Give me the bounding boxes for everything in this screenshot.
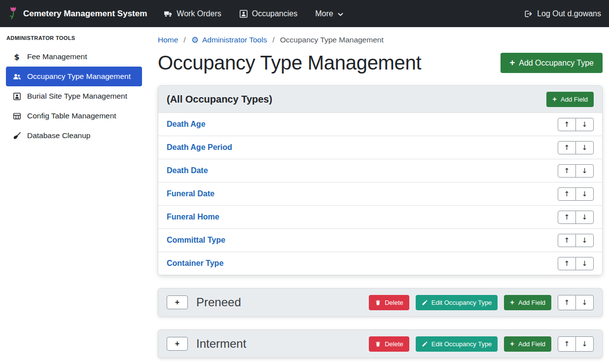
users-icon [11, 73, 23, 81]
plus-icon: + [510, 299, 514, 306]
admin-tools-sidebar: Administrator Tools $ Fee Management Occ… [0, 27, 148, 364]
gear-icon: ⚙ [191, 36, 199, 44]
arrow-up-icon: ↑ [564, 298, 570, 306]
edit-label: Edit Occupancy Type [431, 299, 492, 306]
sidebar-item-database-cleanup[interactable]: Database Cleanup [6, 126, 142, 146]
add-field-button[interactable]: + Add Field [504, 295, 551, 310]
field-link-death-age[interactable]: Death Age [167, 120, 206, 129]
expand-section-button[interactable]: + [167, 295, 188, 309]
breadcrumb-home[interactable]: Home [158, 36, 178, 44]
logout-button[interactable]: Log Out d.gowans [524, 9, 601, 18]
arrow-down-icon: ↓ [582, 259, 588, 267]
arrow-up-icon: ↑ [564, 213, 570, 221]
delete-button[interactable]: Delete [369, 295, 409, 310]
move-down-button[interactable]: ↓ [575, 234, 594, 247]
field-row: Funeral Home ↑ ↓ [158, 205, 602, 228]
page-title: Occupancy Type Management [158, 52, 421, 74]
arrow-down-icon: ↓ [582, 167, 588, 175]
sidebar-item-config-table-management[interactable]: Config Table Management [6, 106, 142, 126]
move-up-button[interactable]: ↑ [558, 164, 576, 178]
delete-label: Delete [385, 340, 403, 348]
nav-more[interactable]: More [315, 9, 343, 18]
reorder-group: ↑ ↓ [558, 295, 594, 310]
person-booth-icon [11, 92, 23, 101]
all-occupancy-types-card: (All Occupancy Types) + Add Field Death … [158, 85, 603, 275]
arrow-down-icon: ↓ [582, 340, 588, 348]
section-title: Preneed [196, 295, 241, 309]
move-down-button[interactable]: ↓ [575, 164, 594, 178]
delete-button[interactable]: Delete [369, 336, 409, 352]
move-down-button[interactable]: ↓ [575, 336, 594, 352]
sidebar-item-burial-site-type-management[interactable]: Burial Site Type Management [6, 86, 142, 106]
arrow-up-icon: ↑ [564, 236, 570, 244]
move-up-button[interactable]: ↑ [558, 118, 576, 131]
move-up-button[interactable]: ↑ [558, 234, 576, 247]
top-navbar: Cemetery Management System Work Orders O… [0, 0, 609, 27]
move-down-button[interactable]: ↓ [575, 187, 594, 201]
field-link-death-date[interactable]: Death Date [167, 166, 208, 175]
add-occupancy-type-label: Add Occupancy Type [519, 59, 594, 68]
sidebar-item-label: Burial Site Type Management [27, 92, 127, 101]
sidebar-item-occupancy-type-management[interactable]: Occupancy Type Management [6, 67, 142, 86]
plus-icon: + [175, 298, 179, 307]
add-field-label: Add Field [518, 299, 545, 306]
app-brand[interactable]: Cemetery Management System [8, 5, 147, 22]
arrow-down-icon: ↓ [582, 236, 588, 244]
field-link-container-type[interactable]: Container Type [167, 259, 223, 268]
expand-section-button[interactable]: + [167, 337, 188, 351]
move-down-button[interactable]: ↓ [575, 257, 594, 270]
sidebar-item-label: Config Table Management [27, 111, 116, 120]
arrow-up-icon: ↑ [564, 259, 570, 267]
all-occupancy-types-title: (All Occupancy Types) [167, 94, 272, 105]
breadcrumb-administrator-tools[interactable]: ⚙ Administrator Tools [191, 36, 267, 44]
field-link-committal-type[interactable]: Committal Type [167, 236, 225, 245]
reorder-group: ↑ ↓ [558, 257, 594, 270]
move-up-button[interactable]: ↑ [558, 187, 576, 201]
add-field-button[interactable]: + Add Field [504, 336, 551, 352]
arrow-down-icon: ↓ [582, 144, 588, 151]
move-up-button[interactable]: ↑ [558, 336, 576, 352]
add-field-button[interactable]: + Add Field [546, 92, 594, 107]
pencil-icon [422, 299, 428, 306]
edit-label: Edit Occupancy Type [431, 340, 492, 348]
field-link-funeral-home[interactable]: Funeral Home [167, 213, 219, 221]
edit-occupancy-type-button[interactable]: Edit Occupancy Type [416, 295, 498, 310]
nav-occupancies[interactable]: Occupancies [239, 9, 298, 18]
reorder-group: ↑ ↓ [558, 234, 594, 247]
edit-occupancy-type-button[interactable]: Edit Occupancy Type [416, 336, 498, 352]
sidebar-item-fee-management[interactable]: $ Fee Management [6, 47, 142, 67]
move-down-button[interactable]: ↓ [575, 141, 594, 154]
logout-label: Log Out d.gowans [537, 9, 601, 18]
table-icon [11, 112, 23, 120]
nav-work-orders[interactable]: Work Orders [164, 9, 221, 18]
move-down-button[interactable]: ↓ [575, 211, 594, 224]
breadcrumb-home-label: Home [158, 36, 178, 44]
sidebar-item-label: Fee Management [27, 52, 87, 61]
move-down-button[interactable]: ↓ [575, 295, 594, 310]
field-link-death-age-period[interactable]: Death Age Period [167, 143, 232, 152]
field-link-funeral-date[interactable]: Funeral Date [167, 189, 215, 198]
arrow-down-icon: ↓ [582, 298, 588, 306]
move-up-button[interactable]: ↑ [558, 295, 576, 310]
logout-icon [524, 9, 533, 18]
move-up-button[interactable]: ↑ [558, 257, 576, 270]
field-row: Committal Type ↑ ↓ [158, 228, 602, 252]
arrow-down-icon: ↓ [582, 190, 588, 198]
move-up-button[interactable]: ↑ [558, 211, 576, 224]
sidebar-heading: Administrator Tools [6, 34, 142, 47]
plus-icon: + [509, 58, 515, 67]
delete-label: Delete [385, 299, 403, 306]
main-nav: Work Orders Occupancies More [164, 9, 343, 18]
reorder-group: ↑ ↓ [558, 336, 594, 352]
move-up-button[interactable]: ↑ [558, 141, 576, 154]
all-occupancy-types-header: (All Occupancy Types) + Add Field [158, 86, 602, 112]
occupancy-type-section-interment: + Interment Delete Edit Occupancy Type +… [158, 329, 603, 358]
move-down-button[interactable]: ↓ [575, 118, 594, 131]
title-row: Occupancy Type Management + Add Occupanc… [158, 52, 603, 74]
breadcrumb-current: Occupancy Type Management [280, 36, 384, 44]
arrow-up-icon: ↑ [564, 190, 570, 198]
pencil-icon [422, 341, 428, 347]
trash-icon [375, 299, 381, 306]
nav-work-orders-label: Work Orders [177, 9, 221, 18]
add-occupancy-type-button[interactable]: + Add Occupancy Type [501, 53, 603, 73]
